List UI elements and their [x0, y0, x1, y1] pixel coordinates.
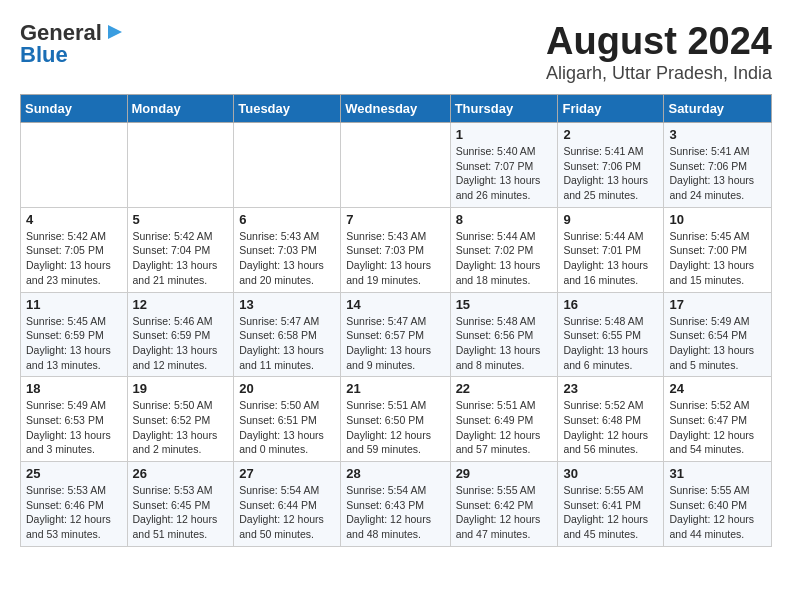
day-number: 27 [239, 466, 335, 481]
day-info: Sunrise: 5:55 AMSunset: 6:41 PMDaylight:… [563, 483, 658, 542]
day-number: 12 [133, 297, 229, 312]
calendar-subtitle: Aligarh, Uttar Pradesh, India [546, 63, 772, 84]
calendar-cell: 27Sunrise: 5:54 AMSunset: 6:44 PMDayligh… [234, 462, 341, 547]
calendar-cell: 30Sunrise: 5:55 AMSunset: 6:41 PMDayligh… [558, 462, 664, 547]
calendar-week-row: 18Sunrise: 5:49 AMSunset: 6:53 PMDayligh… [21, 377, 772, 462]
logo: General Blue [20, 20, 126, 68]
day-number: 9 [563, 212, 658, 227]
calendar-cell: 5Sunrise: 5:42 AMSunset: 7:04 PMDaylight… [127, 207, 234, 292]
day-number: 6 [239, 212, 335, 227]
day-info: Sunrise: 5:45 AMSunset: 6:59 PMDaylight:… [26, 314, 122, 373]
calendar-cell: 20Sunrise: 5:50 AMSunset: 6:51 PMDayligh… [234, 377, 341, 462]
calendar-cell: 31Sunrise: 5:55 AMSunset: 6:40 PMDayligh… [664, 462, 772, 547]
day-info: Sunrise: 5:48 AMSunset: 6:56 PMDaylight:… [456, 314, 553, 373]
day-number: 8 [456, 212, 553, 227]
day-info: Sunrise: 5:50 AMSunset: 6:52 PMDaylight:… [133, 398, 229, 457]
day-info: Sunrise: 5:41 AMSunset: 7:06 PMDaylight:… [563, 144, 658, 203]
calendar-title: August 2024 [546, 20, 772, 63]
day-number: 17 [669, 297, 766, 312]
calendar-week-row: 11Sunrise: 5:45 AMSunset: 6:59 PMDayligh… [21, 292, 772, 377]
day-info: Sunrise: 5:52 AMSunset: 6:47 PMDaylight:… [669, 398, 766, 457]
day-number: 21 [346, 381, 444, 396]
calendar-cell: 9Sunrise: 5:44 AMSunset: 7:01 PMDaylight… [558, 207, 664, 292]
calendar-week-row: 1Sunrise: 5:40 AMSunset: 7:07 PMDaylight… [21, 123, 772, 208]
day-number: 24 [669, 381, 766, 396]
calendar-cell [234, 123, 341, 208]
logo-arrow-icon [104, 21, 126, 43]
calendar-cell [127, 123, 234, 208]
calendar-cell: 10Sunrise: 5:45 AMSunset: 7:00 PMDayligh… [664, 207, 772, 292]
svg-marker-0 [108, 25, 122, 39]
day-info: Sunrise: 5:47 AMSunset: 6:58 PMDaylight:… [239, 314, 335, 373]
calendar-cell: 17Sunrise: 5:49 AMSunset: 6:54 PMDayligh… [664, 292, 772, 377]
day-info: Sunrise: 5:54 AMSunset: 6:43 PMDaylight:… [346, 483, 444, 542]
page-header: General Blue August 2024 Aligarh, Uttar … [20, 20, 772, 84]
day-info: Sunrise: 5:43 AMSunset: 7:03 PMDaylight:… [239, 229, 335, 288]
calendar-table: SundayMondayTuesdayWednesdayThursdayFrid… [20, 94, 772, 547]
day-info: Sunrise: 5:44 AMSunset: 7:02 PMDaylight:… [456, 229, 553, 288]
day-number: 15 [456, 297, 553, 312]
weekday-header: Wednesday [341, 95, 450, 123]
day-info: Sunrise: 5:53 AMSunset: 6:46 PMDaylight:… [26, 483, 122, 542]
day-info: Sunrise: 5:52 AMSunset: 6:48 PMDaylight:… [563, 398, 658, 457]
weekday-header: Sunday [21, 95, 128, 123]
day-number: 22 [456, 381, 553, 396]
calendar-body: 1Sunrise: 5:40 AMSunset: 7:07 PMDaylight… [21, 123, 772, 547]
calendar-cell: 13Sunrise: 5:47 AMSunset: 6:58 PMDayligh… [234, 292, 341, 377]
day-number: 10 [669, 212, 766, 227]
day-info: Sunrise: 5:47 AMSunset: 6:57 PMDaylight:… [346, 314, 444, 373]
calendar-cell: 12Sunrise: 5:46 AMSunset: 6:59 PMDayligh… [127, 292, 234, 377]
header-row: SundayMondayTuesdayWednesdayThursdayFrid… [21, 95, 772, 123]
calendar-cell [21, 123, 128, 208]
weekday-header: Monday [127, 95, 234, 123]
calendar-cell: 8Sunrise: 5:44 AMSunset: 7:02 PMDaylight… [450, 207, 558, 292]
weekday-header: Thursday [450, 95, 558, 123]
calendar-header: SundayMondayTuesdayWednesdayThursdayFrid… [21, 95, 772, 123]
day-info: Sunrise: 5:45 AMSunset: 7:00 PMDaylight:… [669, 229, 766, 288]
calendar-cell: 18Sunrise: 5:49 AMSunset: 6:53 PMDayligh… [21, 377, 128, 462]
weekday-header: Saturday [664, 95, 772, 123]
calendar-cell: 7Sunrise: 5:43 AMSunset: 7:03 PMDaylight… [341, 207, 450, 292]
day-info: Sunrise: 5:46 AMSunset: 6:59 PMDaylight:… [133, 314, 229, 373]
day-number: 31 [669, 466, 766, 481]
day-number: 23 [563, 381, 658, 396]
day-number: 3 [669, 127, 766, 142]
day-info: Sunrise: 5:49 AMSunset: 6:54 PMDaylight:… [669, 314, 766, 373]
calendar-cell: 21Sunrise: 5:51 AMSunset: 6:50 PMDayligh… [341, 377, 450, 462]
day-number: 13 [239, 297, 335, 312]
calendar-cell: 15Sunrise: 5:48 AMSunset: 6:56 PMDayligh… [450, 292, 558, 377]
calendar-cell: 4Sunrise: 5:42 AMSunset: 7:05 PMDaylight… [21, 207, 128, 292]
day-number: 25 [26, 466, 122, 481]
day-number: 7 [346, 212, 444, 227]
calendar-cell: 24Sunrise: 5:52 AMSunset: 6:47 PMDayligh… [664, 377, 772, 462]
calendar-cell: 25Sunrise: 5:53 AMSunset: 6:46 PMDayligh… [21, 462, 128, 547]
day-info: Sunrise: 5:54 AMSunset: 6:44 PMDaylight:… [239, 483, 335, 542]
day-info: Sunrise: 5:43 AMSunset: 7:03 PMDaylight:… [346, 229, 444, 288]
day-number: 14 [346, 297, 444, 312]
calendar-cell: 19Sunrise: 5:50 AMSunset: 6:52 PMDayligh… [127, 377, 234, 462]
calendar-cell: 3Sunrise: 5:41 AMSunset: 7:06 PMDaylight… [664, 123, 772, 208]
calendar-cell: 28Sunrise: 5:54 AMSunset: 6:43 PMDayligh… [341, 462, 450, 547]
day-number: 5 [133, 212, 229, 227]
day-info: Sunrise: 5:42 AMSunset: 7:05 PMDaylight:… [26, 229, 122, 288]
day-info: Sunrise: 5:55 AMSunset: 6:42 PMDaylight:… [456, 483, 553, 542]
day-number: 29 [456, 466, 553, 481]
weekday-header: Tuesday [234, 95, 341, 123]
day-number: 4 [26, 212, 122, 227]
day-info: Sunrise: 5:55 AMSunset: 6:40 PMDaylight:… [669, 483, 766, 542]
day-number: 19 [133, 381, 229, 396]
day-info: Sunrise: 5:49 AMSunset: 6:53 PMDaylight:… [26, 398, 122, 457]
day-info: Sunrise: 5:41 AMSunset: 7:06 PMDaylight:… [669, 144, 766, 203]
day-info: Sunrise: 5:40 AMSunset: 7:07 PMDaylight:… [456, 144, 553, 203]
calendar-cell: 2Sunrise: 5:41 AMSunset: 7:06 PMDaylight… [558, 123, 664, 208]
day-info: Sunrise: 5:50 AMSunset: 6:51 PMDaylight:… [239, 398, 335, 457]
day-number: 30 [563, 466, 658, 481]
logo-blue: Blue [20, 42, 68, 68]
calendar-cell: 23Sunrise: 5:52 AMSunset: 6:48 PMDayligh… [558, 377, 664, 462]
day-number: 1 [456, 127, 553, 142]
weekday-header: Friday [558, 95, 664, 123]
calendar-cell [341, 123, 450, 208]
day-number: 16 [563, 297, 658, 312]
calendar-week-row: 25Sunrise: 5:53 AMSunset: 6:46 PMDayligh… [21, 462, 772, 547]
calendar-week-row: 4Sunrise: 5:42 AMSunset: 7:05 PMDaylight… [21, 207, 772, 292]
